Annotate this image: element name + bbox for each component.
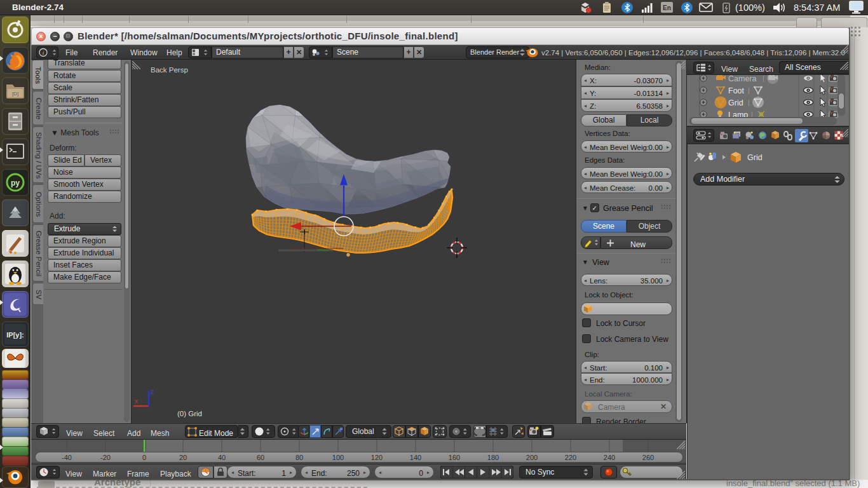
svg-text:220: 220 [565,454,576,461]
svg-text:160: 160 [449,454,460,461]
svg-text:100: 100 [332,454,344,461]
svg-text:20: 20 [179,454,187,461]
svg-text:260: 260 [642,454,654,461]
svg-text:-40: -40 [62,454,72,461]
svg-text:Grid: Grid [728,98,743,107]
svg-text:80: 80 [295,454,303,461]
svg-text:40: 40 [218,454,226,461]
svg-text:140: 140 [410,454,421,461]
svg-text:py: py [11,179,20,187]
svg-text:x: x [135,398,138,405]
svg-text:0: 0 [142,454,146,461]
svg-text:(100%): (100%) [735,3,765,13]
svg-text:z: z [151,388,154,395]
svg-text:i: i [43,50,44,56]
svg-text:-20: -20 [100,454,111,461]
svg-text:Foot: Foot [728,86,745,95]
svg-text:|: | [748,86,750,94]
svg-text:|: | [763,75,764,82]
svg-text:[D]: [D] [12,91,18,97]
svg-text:8:54:37 AM: 8:54:37 AM [794,3,840,13]
svg-text:|: | [748,98,750,106]
svg-text:60: 60 [257,454,264,461]
svg-text:120: 120 [371,454,383,461]
svg-text:Camera: Camera [728,75,757,83]
svg-text:IP[y]:: IP[y]: [6,331,24,339]
svg-text:200: 200 [526,454,538,461]
svg-text:En: En [663,4,671,11]
svg-text:240: 240 [604,454,615,461]
svg-text:180: 180 [487,454,499,461]
